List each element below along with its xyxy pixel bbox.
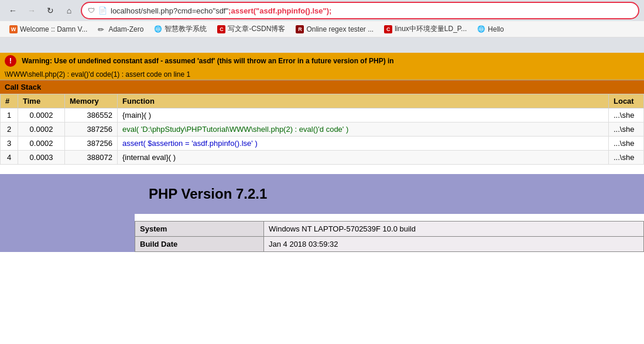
row2-loc: ...\she: [609, 122, 644, 137]
bookmark-hello[interactable]: 🌐 Hello: [472, 24, 508, 35]
col-header-memory: Memory: [65, 94, 118, 108]
bookmark-label-adam: Adam-Zero: [108, 25, 143, 33]
phpinfo-section: PHP Version 7.2.1 System Windows NT LAPT…: [0, 174, 644, 252]
forward-button[interactable]: →: [23, 2, 40, 19]
table-row: 2 0.0002 387256 eval( 'D:\phpStudy\PHPTu…: [1, 122, 644, 137]
title-bar: ← → ↻ ⌂ 🛡 📄 localhost/shell.php?cmd=echo…: [0, 0, 644, 21]
row4-loc: ...\she: [609, 151, 644, 165]
phpinfo-builddate-label: Build Date: [135, 237, 264, 252]
bookmark-icon-hello: 🌐: [477, 25, 485, 33]
address-bar-wrapper: 🛡 📄 localhost/shell.php?cmd=echo"sdf";as…: [81, 2, 639, 19]
page-icon: 📄: [98, 6, 107, 15]
col-header-function: Function: [118, 94, 609, 108]
row1-num: 1: [1, 108, 18, 122]
browser-chrome: ← → ↻ ⌂ 🛡 📄 localhost/shell.php?cmd=echo…: [0, 0, 644, 53]
phpinfo-sidebar: [0, 174, 135, 252]
row1-func: {main}( ): [118, 108, 609, 122]
phpinfo-builddate-value: Jan 4 2018 03:59:32: [264, 237, 644, 252]
col-header-location: Locat: [609, 94, 644, 108]
warning-line2: \WWW\shell.php(2) : eval()'d code(1) : a…: [0, 69, 644, 80]
row3-num: 3: [1, 137, 18, 151]
row2-time: 0.0002: [18, 122, 65, 137]
row3-memory: 387256: [65, 137, 118, 151]
phpinfo-system-label: System: [135, 222, 264, 237]
bookmark-label-hello: Hello: [488, 25, 503, 33]
phpinfo-row-system: System Windows NT LAPTOP-5702539F 10.0 b…: [135, 222, 644, 237]
row3-func: assert( $assertion = 'asdf.phpinfo().lse…: [118, 137, 609, 151]
bookmark-icon-zhihui: 🌐: [154, 25, 162, 33]
row2-func: eval( 'D:\phpStudy\PHPTutorial\WWW\shell…: [118, 122, 609, 137]
phpinfo-version-box: PHP Version 7.2.1: [135, 174, 644, 214]
row1-time: 0.0002: [18, 108, 65, 122]
table-row: 4 0.0003 388072 {internal eval}( ) ...\s…: [1, 151, 644, 165]
row4-time: 0.0003: [18, 151, 65, 165]
reload-button[interactable]: ↻: [42, 2, 59, 19]
row1-memory: 386552: [65, 108, 118, 122]
bookmark-label-regex: Online regex tester ...: [306, 25, 374, 33]
phpinfo-row-builddate: Build Date Jan 4 2018 03:59:32: [135, 237, 644, 252]
bookmark-label-welcome: Welcome :: Damn V...: [20, 25, 87, 33]
row3-loc: ...\she: [609, 137, 644, 151]
bookmark-icon-regex: R: [296, 25, 304, 33]
address-text-highlight: ;assert("asdf.phpinfo().lse");: [228, 6, 331, 15]
row4-num: 4: [1, 151, 18, 165]
bookmark-icon-welcome: W: [9, 25, 18, 33]
bookmark-welcome[interactable]: W Welcome :: Damn V...: [5, 24, 92, 35]
col-header-num: #: [1, 94, 18, 108]
bookmark-regex[interactable]: R Online regex tester ...: [291, 24, 378, 35]
row2-memory: 387256: [65, 122, 118, 137]
warning-icon: !: [5, 55, 16, 67]
bookmark-label-linux: linux中环境变量LD_P...: [395, 24, 467, 34]
bookmark-icon-csdn: C: [217, 25, 225, 33]
bookmark-label-zhihui: 智慧教学系统: [165, 24, 207, 34]
bookmark-linux[interactable]: C linux中环境变量LD_P...: [379, 23, 471, 35]
address-text-pre: localhost/shell.php?cmd=echo"sdf": [111, 6, 228, 15]
phpinfo-version-title: PHP Version 7.2.1: [149, 186, 630, 202]
row2-num: 2: [1, 122, 18, 137]
callstack-header: Call Stack: [0, 80, 644, 94]
bookmark-label-csdn: 写文章-CSDN博客: [228, 24, 285, 34]
bookmark-zhihui[interactable]: 🌐 智慧教学系统: [149, 23, 211, 35]
row1-loc: ...\she: [609, 108, 644, 122]
address-bar[interactable]: localhost/shell.php?cmd=echo"sdf";assert…: [111, 6, 632, 15]
shield-icon: 🛡: [88, 6, 95, 15]
warning-bar: ! Warning: Use of undefined constant asd…: [0, 53, 644, 69]
bookmark-adam[interactable]: ✏ Adam-Zero: [93, 24, 148, 35]
row4-func: {internal eval}( ): [118, 151, 609, 165]
table-row: 3 0.0002 387256 assert( $assertion = 'as…: [1, 137, 644, 151]
bookmark-csdn[interactable]: C 写文章-CSDN博客: [213, 23, 290, 35]
callstack-table: # Time Memory Function Locat 1 0.0002 38…: [0, 94, 644, 165]
phpinfo-table: System Windows NT LAPTOP-5702539F 10.0 b…: [135, 221, 644, 252]
page-content: ! Warning: Use of undefined constant asd…: [0, 53, 644, 344]
bookmark-icon-linux: C: [384, 25, 392, 33]
home-button[interactable]: ⌂: [61, 2, 77, 19]
back-button[interactable]: ←: [5, 2, 21, 19]
row3-time: 0.0002: [18, 137, 65, 151]
warning-text: Warning: Use of undefined constant asdf …: [22, 57, 393, 65]
phpinfo-system-value: Windows NT LAPTOP-5702539F 10.0 build: [264, 222, 644, 237]
col-header-time: Time: [18, 94, 65, 108]
table-row: 1 0.0002 386552 {main}( ) ...\she: [1, 108, 644, 122]
bookmarks-bar: W Welcome :: Damn V... ✏ Adam-Zero 🌐 智慧教…: [0, 21, 644, 38]
row4-memory: 388072: [65, 151, 118, 165]
bookmark-icon-adam: ✏: [98, 25, 106, 33]
nav-buttons: ← → ↻ ⌂: [5, 2, 77, 19]
